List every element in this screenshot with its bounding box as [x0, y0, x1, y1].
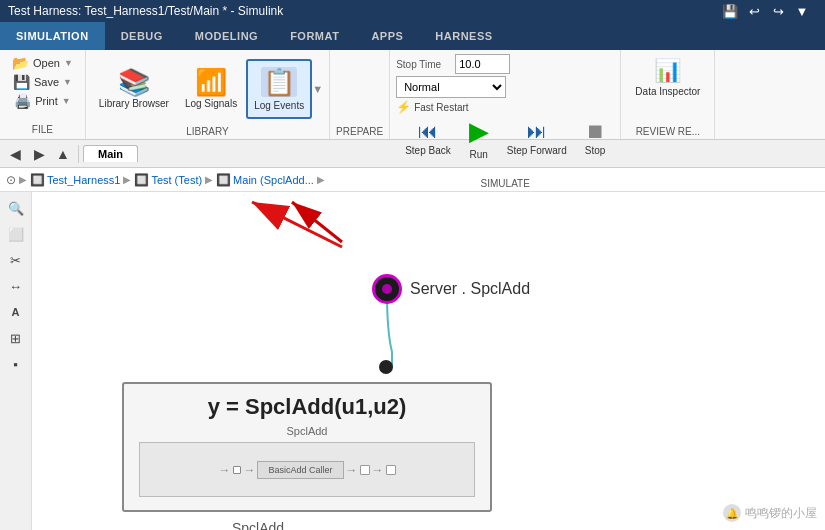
canvas: Server . SpclAdd y = SpclAdd(u1,u2) Spcl… [32, 192, 825, 530]
inner-output-2 [386, 465, 396, 475]
open-label: Open [33, 57, 60, 69]
server-label: Server . SpclAdd [410, 280, 530, 298]
print-button[interactable]: 🖨️ Print ▼ [10, 92, 75, 110]
print-label: Print [35, 95, 58, 107]
breadcrumb-test-label: Test (Test) [151, 174, 202, 186]
file-group-label: FILE [8, 122, 77, 135]
tab-simulation[interactable]: SIMULATION [0, 22, 105, 50]
save-qat-btn[interactable]: 💾 [719, 0, 741, 22]
svg-line-0 [292, 202, 342, 242]
settings-btn[interactable]: ▼ [791, 0, 813, 22]
watermark-icon: 🔔 [723, 504, 741, 522]
mode-row: Normal Accelerator Rapid Accelerator [396, 76, 510, 98]
run-label: Run [470, 149, 488, 160]
open-button[interactable]: 📂 Open ▼ [8, 54, 77, 72]
simulate-group-label: SIMULATE [396, 176, 614, 189]
main-block-subtitle: SpclAdd [124, 425, 490, 437]
main-tab[interactable]: Main [83, 145, 138, 162]
misc-btn[interactable]: ▪ [3, 352, 29, 376]
tab-harness[interactable]: HARNESS [419, 22, 508, 50]
text-btn[interactable]: A [3, 300, 29, 324]
home-icon: ⊙ [6, 173, 16, 187]
fast-restart-toggle[interactable]: ⚡ Fast Restart [396, 100, 510, 114]
sim-action-buttons: ⏮ Step Back ▶ Run ⏭ Step Forward ⏹ Stop [396, 116, 614, 176]
stop-time-input[interactable] [455, 54, 510, 74]
left-sidebar: 🔍 ⬜ ✂ ↔ A ⊞ ▪ [0, 192, 32, 530]
tab-modeling[interactable]: MODELING [179, 22, 274, 50]
simulate-group: Stop Time Normal Accelerator Rapid Accel… [390, 50, 621, 139]
pan-btn[interactable]: ↔ [3, 274, 29, 298]
zoom-in-btn[interactable]: 🔍 [3, 196, 29, 220]
server-icon [372, 274, 402, 304]
toolbar-separator [78, 145, 79, 163]
tab-bar: SIMULATION DEBUG MODELING FORMAT APPS HA… [0, 22, 825, 50]
data-inspector-icon: 📊 [654, 58, 681, 84]
tab-apps[interactable]: APPS [355, 22, 419, 50]
spclAdd-label: SpclAdd [232, 520, 284, 530]
breadcrumb-test[interactable]: 🔲 Test (Test) [134, 173, 202, 187]
title-text: Test Harness: Test_Harness1/Test/Main * … [8, 4, 283, 18]
back-button[interactable]: ◀ [4, 143, 26, 165]
file-group: 📂 Open ▼ 💾 Save ▼ 🖨️ Print ▼ FILE [0, 50, 86, 139]
redo-btn[interactable]: ↪ [767, 0, 789, 22]
quick-access-toolbar: 💾 ↩ ↪ ▼ [719, 0, 817, 22]
stop-label: Stop [585, 145, 606, 156]
log-events-icon: 📋 [261, 67, 297, 97]
breadcrumb-main[interactable]: 🔲 Main (SpclAdd... [216, 173, 314, 187]
open-icon: 📂 [12, 55, 29, 71]
inner-arrow-1: → [218, 463, 230, 477]
server-block: Server . SpclAdd [372, 274, 530, 304]
library-label: Library Browser [99, 98, 169, 110]
tab-format[interactable]: FORMAT [274, 22, 355, 50]
library-icon: 📚 [118, 69, 150, 95]
select-btn[interactable]: ⬜ [3, 222, 29, 246]
library-browser-button[interactable]: 📚 Library Browser [92, 59, 176, 119]
library-buttons: 📚 Library Browser 📶 Log Signals 📋 Log Ev… [92, 54, 323, 124]
step-back-label: Step Back [405, 145, 451, 156]
main-block-inner: → → BasicAdd Caller → → [139, 442, 475, 497]
inner-output-1 [360, 465, 370, 475]
inner-block[interactable]: BasicAdd Caller [257, 461, 343, 479]
save-label: Save [34, 76, 59, 88]
stop-icon: ⏹ [585, 120, 605, 143]
up-button[interactable]: ▲ [52, 143, 74, 165]
undo-btn[interactable]: ↩ [743, 0, 765, 22]
save-button[interactable]: 💾 Save ▼ [9, 73, 76, 91]
review-group: 📊 Data Inspector REVIEW RE... [621, 50, 715, 139]
run-icon: ▶ [469, 116, 489, 147]
subsystem-btn[interactable]: ⊞ [3, 326, 29, 350]
mode-dropdown[interactable]: Normal Accelerator Rapid Accelerator [396, 76, 506, 98]
run-button[interactable]: ▶ Run [460, 116, 498, 160]
data-inspector-button[interactable]: 📊 Data Inspector [627, 54, 708, 101]
library-expand-btn[interactable]: ▼ [312, 83, 323, 95]
step-forward-label: Step Forward [507, 145, 567, 156]
step-forward-icon: ⏭ [527, 120, 547, 143]
inner-arrow-2: → [243, 463, 255, 477]
inner-arrow-4: → [372, 463, 384, 477]
main-area: 🔍 ⬜ ✂ ↔ A ⊞ ▪ [0, 192, 825, 530]
forward-button[interactable]: ▶ [28, 143, 50, 165]
print-icon: 🖨️ [14, 93, 31, 109]
log-events-label: Log Events [254, 100, 304, 112]
connection-dot [379, 360, 393, 374]
log-events-button[interactable]: 📋 Log Events [246, 59, 312, 119]
log-signals-label: Log Signals [185, 98, 237, 110]
inner-arrow-3: → [346, 463, 358, 477]
prepare-group: PREPARE [330, 50, 390, 139]
step-back-button[interactable]: ⏮ Step Back [396, 116, 460, 160]
breadcrumb-harness[interactable]: 🔲 Test_Harness1 [30, 173, 120, 187]
step-forward-button[interactable]: ⏭ Step Forward [498, 116, 576, 160]
log-signals-button[interactable]: 📶 Log Signals [178, 59, 244, 119]
stop-time-row: Stop Time [396, 54, 510, 74]
sim-controls: Stop Time Normal Accelerator Rapid Accel… [396, 54, 510, 114]
tab-debug[interactable]: DEBUG [105, 22, 179, 50]
stop-button[interactable]: ⏹ Stop [576, 116, 615, 160]
cut-btn[interactable]: ✂ [3, 248, 29, 272]
main-block-title: y = SpclAdd(u1,u2) [124, 384, 490, 425]
watermark-text: 鸣鸣锣的小屋 [745, 505, 817, 522]
fast-restart-label: Fast Restart [414, 102, 468, 113]
library-group-label: LIBRARY [186, 124, 229, 137]
inner-block-label: BasicAdd Caller [268, 465, 332, 475]
main-block[interactable]: y = SpclAdd(u1,u2) SpclAdd → → BasicAdd … [122, 382, 492, 512]
watermark: 🔔 鸣鸣锣的小屋 [723, 504, 817, 522]
